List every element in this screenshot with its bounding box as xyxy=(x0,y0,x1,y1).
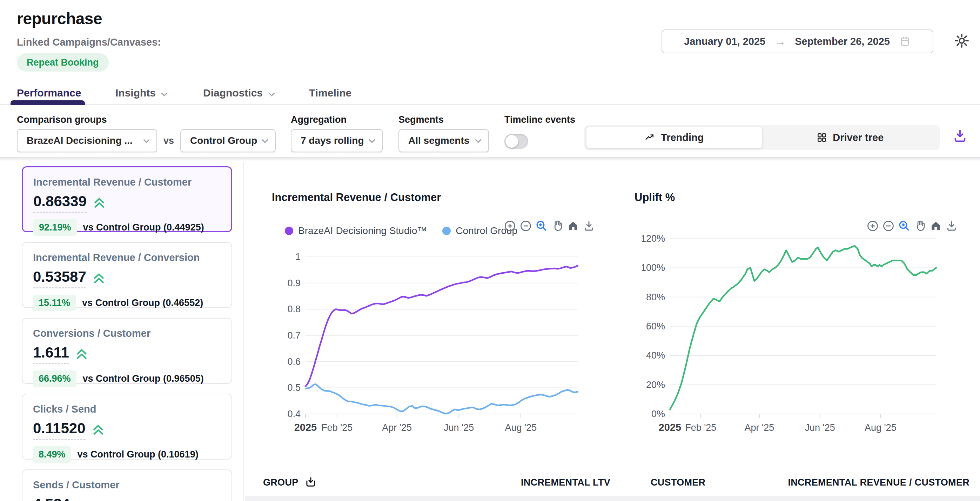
svg-text:0.6: 0.6 xyxy=(287,356,301,367)
svg-text:Aug '25: Aug '25 xyxy=(505,422,537,433)
trend-up-icon xyxy=(92,196,106,210)
svg-text:60%: 60% xyxy=(646,321,665,332)
trending-icon xyxy=(645,132,655,143)
uplift-chart-canvas[interactable]: 120%100%80%60%40%20%0%2025Feb '25Apr '25… xyxy=(642,221,975,453)
svg-text:80%: 80% xyxy=(646,292,665,302)
svg-text:1: 1 xyxy=(295,251,301,262)
change-badge: 66.96% xyxy=(33,371,76,387)
pan-hand-icon[interactable] xyxy=(551,219,564,232)
comparison-groups-label: Comparison groups xyxy=(17,115,107,125)
metric-card-conversions-customer[interactable]: Conversions / Customer 1.611 66.96% vs C… xyxy=(22,318,232,384)
view-segmented-control: Trending Driver tree xyxy=(584,125,940,150)
svg-text:Apr '25: Apr '25 xyxy=(382,422,412,433)
campaign-tag-label[interactable]: Repeat Booking xyxy=(17,53,109,72)
chevron-down-icon xyxy=(369,137,375,143)
zoom-in-icon[interactable] xyxy=(504,219,516,232)
change-badge: 15.11% xyxy=(33,295,76,311)
sidebar-divider xyxy=(243,162,244,501)
metric-card-incremental-revenue-customer[interactable]: Incremental Revenue / Customer 0.86339 9… xyxy=(22,166,232,232)
svg-text:120%: 120% xyxy=(642,233,665,244)
calendar-icon xyxy=(899,35,911,48)
metric-card-incremental-revenue-conversion[interactable]: Incremental Revenue / Conversion 0.53587… xyxy=(22,242,232,308)
table-header-incremental-revenue-customer[interactable]: INCREMENTAL REVENUE / CUSTOMER xyxy=(788,477,969,488)
chevron-down-icon xyxy=(143,137,150,143)
date-start[interactable]: January 01, 2025 xyxy=(684,36,765,48)
campaign-tag[interactable]: Repeat Booking xyxy=(17,53,109,72)
chart-legend: BrazeAI Decisioning Studio™ Control Grou… xyxy=(285,225,517,237)
change-badge: 92.19% xyxy=(33,219,77,236)
settings-gear-icon[interactable] xyxy=(953,32,970,49)
table-row-strip xyxy=(245,496,980,501)
metric-value[interactable]: 0.11520 xyxy=(33,420,86,440)
tab-insights[interactable]: Insights xyxy=(115,87,167,99)
aggregation-dropdown[interactable]: 7 days rolling xyxy=(291,129,383,152)
metric-value[interactable]: 0.86339 xyxy=(33,193,87,213)
box-zoom-icon[interactable] xyxy=(535,219,548,232)
chevron-down-icon xyxy=(475,137,481,143)
svg-text:2025: 2025 xyxy=(659,422,681,433)
svg-text:0.4: 0.4 xyxy=(287,409,301,419)
chart-title-incremental-revenue: Incremental Revenue / Customer xyxy=(272,191,441,204)
svg-text:40%: 40% xyxy=(646,350,665,361)
active-tab-underline xyxy=(11,100,85,105)
table-header-customer[interactable]: CUSTOMER xyxy=(651,477,705,488)
chevron-down-icon xyxy=(268,90,275,96)
section-divider xyxy=(0,157,980,161)
metric-card-sends-customer[interactable]: Sends / Customer 4.584 xyxy=(22,469,232,501)
svg-text:0.9: 0.9 xyxy=(287,278,301,288)
segments-label: Segments xyxy=(398,115,444,125)
metric-value[interactable]: 1.611 xyxy=(33,344,69,364)
incremental-revenue-chart-canvas[interactable]: 10.90.80.70.60.50.42025Feb '25Apr '25Jun… xyxy=(274,239,596,449)
trend-down-icon xyxy=(75,499,89,501)
svg-text:Jun '25: Jun '25 xyxy=(444,422,474,433)
trending-segment[interactable]: Trending xyxy=(586,127,762,148)
download-chart-icon[interactable] xyxy=(582,219,595,232)
toggle-knob xyxy=(506,135,518,148)
metric-card-clicks-send[interactable]: Clicks / Send 0.11520 8.49% vs Control G… xyxy=(22,394,232,460)
aggregation-label: Aggregation xyxy=(291,115,347,125)
metric-value[interactable]: 0.53587 xyxy=(33,269,86,288)
group-b-dropdown[interactable]: Control Group xyxy=(180,129,276,152)
tab-timeline[interactable]: Timeline xyxy=(309,87,352,99)
chart-title-uplift: Uplift % xyxy=(635,191,675,204)
svg-text:Apr '25: Apr '25 xyxy=(745,422,775,433)
download-column-icon[interactable] xyxy=(304,476,317,489)
date-range-picker[interactable]: January 01, 2025 → September 26, 2025 xyxy=(662,29,933,53)
tab-diagnostics[interactable]: Diagnostics xyxy=(203,87,274,99)
home-reset-icon[interactable] xyxy=(567,219,579,232)
analytics-dashboard: repurchase Linked Campaigns/Canvases: Re… xyxy=(0,0,980,501)
svg-text:0.8: 0.8 xyxy=(287,304,301,314)
segments-dropdown[interactable]: All segments xyxy=(398,129,489,152)
tab-performance[interactable]: Performance xyxy=(17,87,81,99)
chevron-down-icon xyxy=(262,137,268,143)
table-header-group[interactable]: GROUP xyxy=(263,476,317,489)
svg-text:Aug '25: Aug '25 xyxy=(865,422,897,433)
tabs-bottom-border xyxy=(0,104,980,105)
svg-text:2025: 2025 xyxy=(294,422,317,433)
change-badge: 8.49% xyxy=(33,446,71,463)
driver-tree-icon xyxy=(816,132,827,143)
svg-text:Feb '25: Feb '25 xyxy=(685,422,716,433)
metric-value[interactable]: 4.584 xyxy=(33,496,70,501)
linked-campaigns-label: Linked Campaigns/Canvases: xyxy=(17,37,161,48)
legend-dot-purple xyxy=(285,227,293,235)
timeline-events-label: Timeline events xyxy=(504,115,575,125)
zoom-out-icon[interactable] xyxy=(519,219,532,232)
svg-text:0.5: 0.5 xyxy=(287,382,301,393)
table-header-incremental-ltv[interactable]: INCREMENTAL LTV xyxy=(521,477,610,488)
legend-dot-blue xyxy=(442,227,451,235)
svg-text:Jun '25: Jun '25 xyxy=(805,422,835,433)
trend-up-icon xyxy=(91,423,105,437)
timeline-events-toggle[interactable] xyxy=(504,134,528,149)
legend-item-brazeai[interactable]: BrazeAI Decisioning Studio™ xyxy=(285,225,427,237)
trend-up-icon xyxy=(75,347,89,361)
trend-up-icon xyxy=(92,272,106,286)
svg-text:100%: 100% xyxy=(642,262,665,273)
date-end[interactable]: September 26, 2025 xyxy=(795,36,890,48)
vs-label: vs xyxy=(164,135,174,146)
group-a-dropdown[interactable]: BrazeAI Decisioning ... xyxy=(17,129,157,152)
date-arrow-icon: → xyxy=(775,35,786,48)
export-download-icon[interactable] xyxy=(952,128,968,144)
driver-tree-segment[interactable]: Driver tree xyxy=(762,127,938,148)
svg-text:Feb '25: Feb '25 xyxy=(321,422,353,433)
